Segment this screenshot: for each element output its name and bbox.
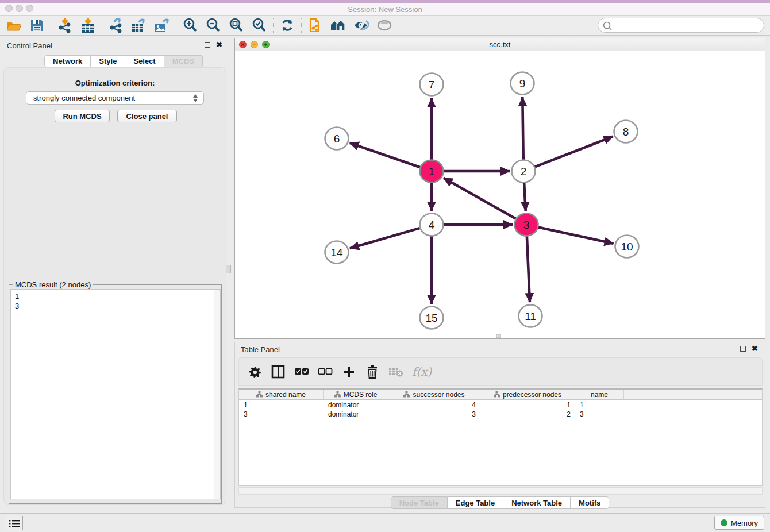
column-header-mcds-role[interactable]: MCDS role	[324, 390, 388, 399]
export-table-icon[interactable]	[128, 16, 151, 34]
add-column-icon[interactable]	[341, 364, 356, 379]
graph-edge-3-11[interactable]	[527, 236, 530, 302]
deselect-all-icon[interactable]	[318, 364, 333, 379]
memory-button[interactable]: Memory	[714, 516, 764, 530]
graph-node-label: 11	[525, 310, 536, 322]
close-table-panel-icon[interactable]: ✖	[752, 346, 758, 352]
column-header-shared-name[interactable]: shared name	[239, 390, 324, 399]
result-scrollbar[interactable]	[214, 290, 220, 499]
delete-table-icon	[388, 364, 403, 379]
zoom-in-icon[interactable]	[179, 16, 202, 34]
panel-splitter	[233, 38, 233, 508]
run-mcds-button[interactable]: Run MCDS	[55, 110, 110, 122]
search-input[interactable]	[615, 19, 759, 32]
optimization-criterion-label: Optimization criterion:	[4, 79, 226, 87]
network-window-titlebar[interactable]: ✕ − + scc.txt	[235, 38, 765, 51]
table-cell[interactable]: 3	[239, 410, 324, 419]
search-box	[598, 18, 764, 33]
tab-motifs[interactable]: Motifs	[571, 496, 609, 509]
column-header-successor-nodes[interactable]: successor nodes	[388, 390, 480, 399]
table-row[interactable]: 3dominator323	[239, 410, 762, 419]
session-title: Session: New Session	[0, 5, 770, 14]
control-panel-tabs: Network Style Select MCDS	[44, 55, 203, 67]
table-cell[interactable]: dominator	[324, 400, 388, 410]
zoom-out-icon[interactable]	[202, 16, 225, 34]
table-cell[interactable]: 1	[575, 400, 624, 410]
export-image-icon[interactable]	[151, 16, 174, 34]
table-cell[interactable]: 3	[575, 410, 624, 419]
tab-node-table[interactable]: Node Table	[391, 496, 448, 509]
toolbar-separator	[176, 18, 176, 33]
graph-edge-2-9[interactable]	[522, 97, 523, 160]
tab-network[interactable]: Network	[44, 55, 91, 67]
first-neighbors-icon[interactable]	[327, 16, 350, 34]
delete-column-trash-icon[interactable]	[365, 364, 380, 379]
close-panel-icon[interactable]: ✖	[216, 42, 222, 48]
mcds-result-text[interactable]: 1 3	[10, 289, 221, 499]
tab-style[interactable]: Style	[91, 55, 125, 67]
graph-node-label: 9	[519, 78, 526, 90]
zoom-fit-icon[interactable]	[225, 16, 248, 34]
float-panel-icon[interactable]	[205, 42, 210, 48]
close-panel-button[interactable]: Close panel	[117, 110, 177, 122]
tab-edge-table[interactable]: Edge Table	[448, 496, 503, 509]
table-cell[interactable]: 1	[239, 400, 324, 410]
graph-edge-4-14[interactable]	[350, 228, 421, 249]
tab-select[interactable]: Select	[125, 55, 164, 67]
graph-node-label: 10	[621, 241, 633, 253]
graph-node-label: 6	[334, 133, 340, 145]
export-network-icon[interactable]	[105, 16, 128, 34]
network-canvas[interactable]: 7968124314101511	[235, 51, 765, 338]
zoom-selected-icon[interactable]	[248, 16, 271, 34]
show-columns-icon[interactable]	[271, 364, 286, 379]
table-cell[interactable]: 4	[388, 400, 480, 410]
table-row[interactable]: 1dominator411	[239, 400, 762, 410]
import-network-icon[interactable]	[53, 16, 76, 34]
toolbar-separator	[51, 18, 51, 33]
toolbar-separator	[273, 18, 274, 33]
table-toolbar: f(x)	[238, 357, 763, 386]
network-resize-handle[interactable]	[496, 334, 501, 338]
control-panel-title: Control Panel	[7, 41, 52, 50]
graph-edge-2-8[interactable]	[534, 137, 613, 167]
float-table-panel-icon[interactable]	[740, 346, 746, 352]
table-cell[interactable]: 1	[480, 400, 575, 410]
refresh-icon[interactable]	[276, 16, 299, 34]
graph-edge-3-1[interactable]	[444, 178, 517, 219]
graph-node-label: 14	[330, 246, 343, 259]
table-body: 1dominator4113dominator323	[239, 400, 762, 419]
toolbar-separator	[301, 18, 302, 33]
table-horizontal-scrollbar[interactable]	[238, 487, 763, 495]
graph-edge-2-3[interactable]	[524, 183, 526, 211]
column-header-name[interactable]: name	[575, 390, 624, 399]
network-graph[interactable]: 7968124314101511	[235, 51, 765, 338]
graph-edge-3-10[interactable]	[538, 227, 614, 244]
open-folder-icon[interactable]	[2, 16, 25, 34]
hide-details-icon	[373, 16, 396, 34]
splitter-handle[interactable]	[226, 265, 231, 273]
tab-network-table[interactable]: Network Table	[503, 496, 571, 509]
column-header-predecessor-nodes[interactable]: predecessor nodes	[480, 390, 575, 399]
graph-node-label: 2	[521, 165, 527, 178]
tab-mcds[interactable]: MCDS	[164, 55, 203, 67]
graph-edge-1-6[interactable]	[350, 143, 421, 168]
mcds-result-groupbox: MCDS result (2 nodes) 1 3	[9, 284, 222, 504]
criterion-value: strongly connected component	[33, 94, 135, 102]
criterion-dropdown[interactable]: strongly connected component	[26, 91, 204, 105]
select-all-icon[interactable]	[294, 364, 309, 379]
table-cell[interactable]: 2	[480, 410, 575, 419]
table-cell[interactable]: dominator	[324, 410, 388, 419]
open-in-cybrowser-icon[interactable]	[304, 16, 327, 34]
table-cell[interactable]: 3	[388, 410, 480, 419]
import-table-icon[interactable]	[76, 16, 99, 34]
save-session-icon[interactable]	[25, 16, 48, 34]
main-toolbar	[0, 16, 770, 36]
dropdown-stepper-icon	[192, 94, 199, 103]
memory-label: Memory	[731, 519, 758, 527]
task-history-button[interactable]	[6, 516, 23, 530]
table-settings-gear-icon[interactable]	[247, 364, 262, 379]
graph-node-label: 15	[425, 312, 437, 324]
mcds-result-title: MCDS result (2 nodes)	[13, 280, 93, 289]
network-title: scc.txt	[235, 40, 765, 49]
show-hide-graphics-icon[interactable]	[350, 16, 373, 34]
